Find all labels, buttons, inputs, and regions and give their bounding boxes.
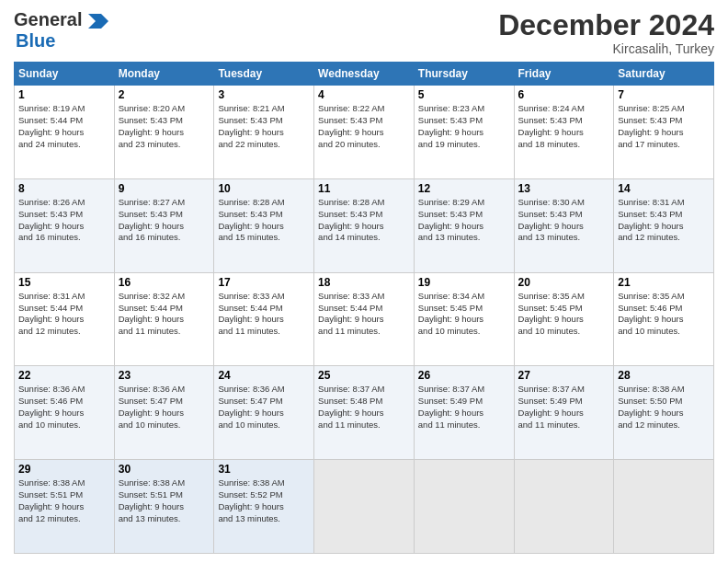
sunset-text: Sunset: 5:43 PM: [518, 115, 610, 127]
daylight-text: Daylight: 9 hoursand 10 minutes.: [218, 408, 310, 431]
sunset-text: Sunset: 5:44 PM: [218, 303, 310, 315]
day-info: Sunrise: 8:38 AMSunset: 5:52 PMDaylight:…: [218, 477, 310, 524]
day-number: 19: [418, 276, 510, 289]
daylight-text: Daylight: 9 hoursand 23 minutes.: [119, 127, 210, 151]
day-number: 2: [119, 88, 210, 101]
table-row: [514, 460, 614, 554]
col-wednesday: Wednesday: [314, 63, 415, 86]
day-number: 1: [18, 88, 110, 101]
sunset-text: Sunset: 5:52 PM: [218, 489, 310, 501]
day-number: 14: [618, 182, 710, 195]
day-number: 26: [418, 369, 510, 382]
day-info: Sunrise: 8:36 AMSunset: 5:47 PMDaylight:…: [119, 384, 210, 431]
logo-arrow-icon: [88, 14, 108, 29]
table-row: 29Sunrise: 8:38 AMSunset: 5:51 PMDayligh…: [15, 460, 115, 554]
sunset-text: Sunset: 5:44 PM: [18, 115, 110, 127]
table-row: 18Sunrise: 8:33 AMSunset: 5:44 PMDayligh…: [314, 272, 415, 366]
sunrise-text: Sunrise: 8:19 AM: [18, 103, 110, 115]
sunset-text: Sunset: 5:50 PM: [618, 396, 710, 408]
sunset-text: Sunset: 5:43 PM: [119, 115, 210, 127]
daylight-text: Daylight: 9 hoursand 12 minutes.: [618, 221, 710, 245]
day-info: Sunrise: 8:24 AMSunset: 5:43 PMDaylight:…: [518, 103, 610, 150]
table-row: 26Sunrise: 8:37 AMSunset: 5:49 PMDayligh…: [414, 366, 514, 460]
day-info: Sunrise: 8:38 AMSunset: 5:50 PMDaylight:…: [618, 384, 710, 431]
sunrise-text: Sunrise: 8:35 AM: [618, 291, 710, 303]
day-number: 6: [518, 88, 610, 101]
table-row: 19Sunrise: 8:34 AMSunset: 5:45 PMDayligh…: [414, 272, 514, 366]
day-info: Sunrise: 8:34 AMSunset: 5:45 PMDaylight:…: [418, 291, 510, 338]
daylight-text: Daylight: 9 hoursand 13 minutes.: [119, 501, 210, 525]
daylight-text: Daylight: 9 hoursand 19 minutes.: [418, 127, 510, 151]
sunrise-text: Sunrise: 8:38 AM: [218, 477, 310, 489]
day-info: Sunrise: 8:36 AMSunset: 5:47 PMDaylight:…: [218, 384, 310, 431]
table-row: 22Sunrise: 8:36 AMSunset: 5:46 PMDayligh…: [15, 366, 115, 460]
daylight-text: Daylight: 9 hoursand 13 minutes.: [418, 221, 510, 245]
day-info: Sunrise: 8:35 AMSunset: 5:45 PMDaylight:…: [518, 291, 610, 338]
sunrise-text: Sunrise: 8:23 AM: [418, 103, 510, 115]
sunrise-text: Sunrise: 8:27 AM: [119, 197, 210, 209]
day-info: Sunrise: 8:21 AMSunset: 5:43 PMDaylight:…: [218, 103, 310, 150]
daylight-text: Daylight: 9 hoursand 11 minutes.: [518, 408, 610, 431]
col-saturday: Saturday: [614, 63, 714, 86]
daylight-text: Daylight: 9 hoursand 22 minutes.: [218, 127, 310, 151]
sunrise-text: Sunrise: 8:22 AM: [318, 103, 410, 115]
daylight-text: Daylight: 9 hoursand 20 minutes.: [318, 127, 410, 151]
table-row: 13Sunrise: 8:30 AMSunset: 5:43 PMDayligh…: [514, 178, 614, 272]
day-number: 18: [318, 276, 410, 289]
sunset-text: Sunset: 5:43 PM: [318, 115, 410, 127]
daylight-text: Daylight: 9 hoursand 16 minutes.: [119, 221, 210, 245]
day-number: 15: [18, 276, 110, 289]
day-info: Sunrise: 8:35 AMSunset: 5:46 PMDaylight:…: [618, 291, 710, 338]
daylight-text: Daylight: 9 hoursand 11 minutes.: [318, 314, 410, 338]
day-info: Sunrise: 8:27 AMSunset: 5:43 PMDaylight:…: [119, 197, 210, 244]
sunset-text: Sunset: 5:43 PM: [119, 209, 210, 221]
day-number: 11: [318, 182, 410, 195]
day-number: 28: [618, 369, 710, 382]
calendar-header-row: Sunday Monday Tuesday Wednesday Thursday…: [15, 63, 714, 86]
day-info: Sunrise: 8:28 AMSunset: 5:43 PMDaylight:…: [218, 197, 310, 244]
table-row: 24Sunrise: 8:36 AMSunset: 5:47 PMDayligh…: [214, 366, 314, 460]
sunset-text: Sunset: 5:49 PM: [518, 396, 610, 408]
sunrise-text: Sunrise: 8:37 AM: [518, 384, 610, 396]
day-info: Sunrise: 8:37 AMSunset: 5:49 PMDaylight:…: [418, 384, 510, 431]
daylight-text: Daylight: 9 hoursand 18 minutes.: [518, 127, 610, 151]
daylight-text: Daylight: 9 hoursand 12 minutes.: [18, 314, 110, 338]
table-row: 3Sunrise: 8:21 AMSunset: 5:43 PMDaylight…: [214, 86, 314, 179]
day-number: 31: [218, 463, 310, 476]
sunset-text: Sunset: 5:45 PM: [418, 303, 510, 315]
sunrise-text: Sunrise: 8:28 AM: [318, 197, 410, 209]
page: General Blue December 2024 Kircasalih, T…: [0, 0, 728, 563]
sunrise-text: Sunrise: 8:35 AM: [518, 291, 610, 303]
sunset-text: Sunset: 5:44 PM: [18, 303, 110, 315]
col-thursday: Thursday: [414, 63, 514, 86]
sunset-text: Sunset: 5:43 PM: [418, 209, 510, 221]
daylight-text: Daylight: 9 hoursand 11 minutes.: [418, 408, 510, 431]
day-number: 16: [119, 276, 210, 289]
sunset-text: Sunset: 5:47 PM: [218, 396, 310, 408]
daylight-text: Daylight: 9 hoursand 10 minutes.: [119, 408, 210, 431]
sunrise-text: Sunrise: 8:24 AM: [518, 103, 610, 115]
daylight-text: Daylight: 9 hoursand 10 minutes.: [418, 314, 510, 338]
day-info: Sunrise: 8:36 AMSunset: 5:46 PMDaylight:…: [18, 384, 110, 431]
col-sunday: Sunday: [15, 63, 115, 86]
table-row: 15Sunrise: 8:31 AMSunset: 5:44 PMDayligh…: [15, 272, 115, 366]
sunset-text: Sunset: 5:43 PM: [218, 115, 310, 127]
logo: General Blue: [14, 9, 108, 52]
header: General Blue December 2024 Kircasalih, T…: [14, 9, 714, 56]
sunset-text: Sunset: 5:51 PM: [18, 489, 110, 501]
day-number: 13: [518, 182, 610, 195]
table-row: 4Sunrise: 8:22 AMSunset: 5:43 PMDaylight…: [314, 86, 415, 179]
daylight-text: Daylight: 9 hoursand 13 minutes.: [518, 221, 610, 245]
sunrise-text: Sunrise: 8:21 AM: [218, 103, 310, 115]
daylight-text: Daylight: 9 hoursand 10 minutes.: [518, 314, 610, 338]
logo-blue-text: Blue: [16, 30, 55, 51]
table-row: 1Sunrise: 8:19 AMSunset: 5:44 PMDaylight…: [15, 86, 115, 179]
daylight-text: Daylight: 9 hoursand 10 minutes.: [618, 314, 710, 338]
table-row: 30Sunrise: 8:38 AMSunset: 5:51 PMDayligh…: [114, 460, 214, 554]
sunset-text: Sunset: 5:46 PM: [18, 396, 110, 408]
sunset-text: Sunset: 5:43 PM: [518, 209, 610, 221]
table-row: 20Sunrise: 8:35 AMSunset: 5:45 PMDayligh…: [514, 272, 614, 366]
sunrise-text: Sunrise: 8:30 AM: [518, 197, 610, 209]
sunrise-text: Sunrise: 8:32 AM: [119, 291, 210, 303]
day-info: Sunrise: 8:37 AMSunset: 5:48 PMDaylight:…: [318, 384, 410, 431]
